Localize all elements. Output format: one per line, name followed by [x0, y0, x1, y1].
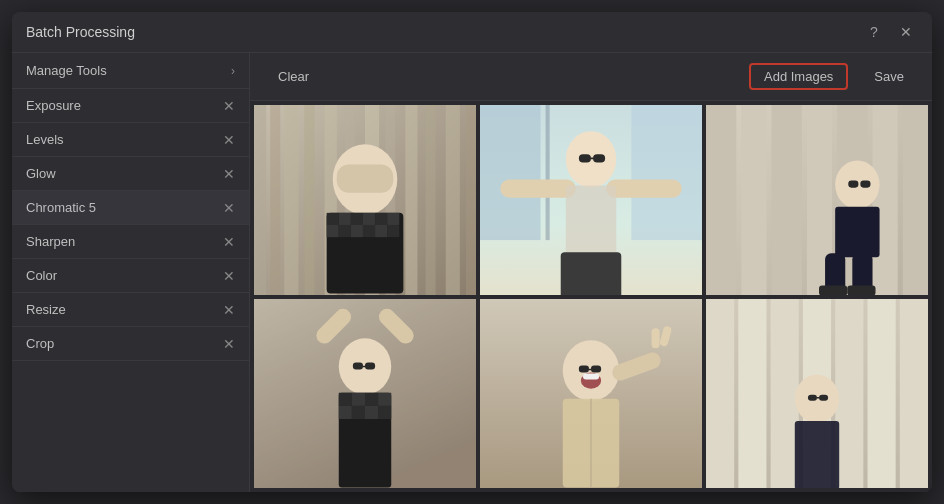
remove-icon-crop[interactable]: ✕ [223, 337, 235, 351]
remove-icon-sharpen[interactable]: ✕ [223, 235, 235, 249]
svg-rect-14 [337, 164, 394, 192]
tool-label-exposure: Exposure [26, 98, 81, 113]
title-bar: Batch Processing ? ✕ [12, 12, 932, 53]
add-images-button[interactable]: Add Images [749, 63, 848, 90]
svg-rect-47 [903, 105, 928, 295]
svg-rect-101 [808, 394, 817, 400]
svg-rect-34 [606, 180, 682, 198]
svg-rect-70 [353, 362, 363, 369]
remove-icon-glow[interactable]: ✕ [223, 167, 235, 181]
remove-icon-color[interactable]: ✕ [223, 269, 235, 283]
svg-rect-62 [339, 392, 352, 405]
svg-rect-88 [771, 299, 799, 489]
manage-tools-button[interactable]: Manage Tools › [12, 53, 249, 89]
title-bar-right: ? ✕ [862, 20, 918, 44]
svg-rect-21 [387, 213, 399, 225]
svg-rect-65 [378, 392, 391, 405]
tool-label-resize: Resize [26, 302, 66, 317]
svg-rect-83 [591, 365, 601, 372]
remove-icon-levels[interactable]: ✕ [223, 133, 235, 147]
tool-label-levels: Levels [26, 132, 64, 147]
image-cell-2[interactable] [480, 105, 702, 295]
svg-rect-36 [561, 252, 622, 294]
svg-rect-37 [579, 154, 591, 162]
svg-rect-91 [867, 299, 895, 489]
svg-rect-52 [819, 286, 847, 295]
chevron-right-icon: › [231, 64, 235, 78]
svg-rect-20 [375, 213, 387, 225]
sidebar: Manage Tools › Exposure ✕ Levels ✕ Glow … [12, 53, 250, 492]
svg-rect-1 [254, 105, 266, 295]
image-cell-4[interactable] [254, 299, 476, 489]
close-button[interactable]: ✕ [894, 20, 918, 44]
tool-item-sharpen[interactable]: Sharpen ✕ [12, 225, 249, 259]
svg-rect-3 [284, 105, 298, 295]
svg-rect-2 [270, 105, 280, 295]
tool-item-glow[interactable]: Glow ✕ [12, 157, 249, 191]
batch-processing-dialog: Batch Processing ? ✕ Manage Tools › Expo… [12, 12, 932, 492]
tool-item-resize[interactable]: Resize ✕ [12, 293, 249, 327]
tool-list: Exposure ✕ Levels ✕ Glow ✕ Chromatic 5 ✕… [12, 89, 249, 492]
close-icon: ✕ [900, 24, 912, 40]
tool-label-glow: Glow [26, 166, 56, 181]
svg-rect-16 [327, 213, 339, 225]
svg-rect-55 [860, 181, 870, 188]
clear-button[interactable]: Clear [264, 64, 323, 89]
svg-rect-78 [652, 328, 660, 348]
svg-rect-22 [327, 225, 339, 237]
svg-rect-66 [339, 405, 352, 418]
svg-point-74 [563, 340, 620, 401]
tool-item-levels[interactable]: Levels ✕ [12, 123, 249, 157]
toolbar: Clear Add Images Save [250, 53, 932, 101]
remove-icon-resize[interactable]: ✕ [223, 303, 235, 317]
image-cell-5[interactable] [480, 299, 702, 489]
main-area: Clear Add Images Save [250, 53, 932, 492]
help-icon: ? [870, 24, 878, 40]
svg-rect-17 [339, 213, 351, 225]
help-button[interactable]: ? [862, 20, 886, 44]
tool-item-crop[interactable]: Crop ✕ [12, 327, 249, 361]
svg-rect-87 [738, 299, 766, 489]
tool-label-chromatic5: Chromatic 5 [26, 200, 96, 215]
content-area: Manage Tools › Exposure ✕ Levels ✕ Glow … [12, 53, 932, 492]
svg-rect-86 [706, 299, 734, 489]
remove-icon-exposure[interactable]: ✕ [223, 99, 235, 113]
title-bar-left: Batch Processing [26, 24, 135, 40]
svg-rect-23 [339, 225, 351, 237]
svg-rect-92 [900, 299, 928, 489]
manage-tools-label: Manage Tools [26, 63, 107, 78]
svg-rect-82 [579, 365, 589, 372]
svg-rect-4 [304, 105, 314, 295]
svg-rect-33 [500, 180, 576, 198]
svg-rect-35 [566, 186, 616, 257]
svg-rect-12 [466, 105, 476, 295]
svg-rect-30 [546, 105, 550, 240]
save-button[interactable]: Save [860, 64, 918, 89]
svg-rect-26 [375, 225, 387, 237]
svg-rect-53 [847, 286, 875, 295]
svg-rect-10 [426, 105, 436, 295]
svg-rect-98 [896, 299, 900, 489]
tool-item-chromatic5[interactable]: Chromatic 5 ✕ [12, 191, 249, 225]
svg-rect-24 [351, 225, 363, 237]
tool-label-color: Color [26, 268, 57, 283]
svg-rect-31 [631, 105, 702, 240]
svg-rect-11 [446, 105, 460, 295]
svg-rect-67 [352, 405, 365, 418]
svg-rect-93 [734, 299, 738, 489]
svg-rect-68 [365, 405, 378, 418]
svg-rect-25 [363, 225, 375, 237]
svg-rect-27 [387, 225, 399, 237]
svg-rect-90 [835, 299, 863, 489]
remove-icon-chromatic5[interactable]: ✕ [223, 201, 235, 215]
image-cell-3[interactable] [706, 105, 928, 295]
image-cell-6[interactable] [706, 299, 928, 489]
image-cell-1[interactable] [254, 105, 476, 295]
svg-rect-19 [363, 213, 375, 225]
tool-item-color[interactable]: Color ✕ [12, 259, 249, 293]
dialog-title: Batch Processing [26, 24, 135, 40]
tool-item-exposure[interactable]: Exposure ✕ [12, 89, 249, 123]
svg-point-99 [795, 374, 839, 422]
svg-rect-94 [767, 299, 771, 489]
svg-point-32 [566, 131, 616, 188]
